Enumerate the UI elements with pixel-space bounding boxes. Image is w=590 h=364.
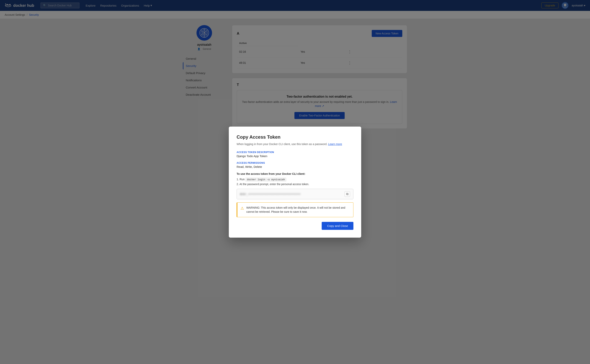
warning-text: WARNING: This access token will only be …: [246, 206, 350, 214]
step1-code: docker login -u ayoisaiah: [245, 177, 286, 182]
permissions-value: Read, Write, Delete: [237, 165, 353, 168]
description-label: ACCESS TOKEN DESCRIPTION: [237, 151, 353, 154]
token-value-display: dckr_••••••••••••••••••••••••••••••••: [240, 193, 343, 196]
description-value: Django Todo App Token: [237, 154, 353, 158]
copy-and-close-button[interactable]: Copy and Close: [322, 222, 353, 230]
modal-overlay[interactable]: Copy Access Token When logging in from y…: [0, 0, 590, 364]
token-display-row: dckr_•••••••••••••••••••••••••••••••• ⧉: [237, 189, 353, 199]
permissions-label: ACCESS PERMISSIONS: [237, 162, 353, 164]
instructions-text: To use the access token from your Docker…: [237, 172, 353, 176]
copy-token-icon-button[interactable]: ⧉: [344, 191, 350, 197]
warning-icon: ⚠: [241, 206, 244, 211]
step-1: 1. Run docker login -u ayoisaiah: [237, 178, 353, 181]
step-2: 2. At the password prompt, enter the per…: [237, 182, 353, 186]
warning-box: ⚠ WARNING: This access token will only b…: [237, 202, 353, 217]
modal-subtitle: When logging in from your Docker CLI cli…: [237, 142, 353, 146]
modal-learn-more-link[interactable]: Learn more: [328, 143, 342, 146]
copy-access-token-modal: Copy Access Token When logging in from y…: [229, 127, 361, 238]
copy-icon: ⧉: [346, 192, 348, 196]
modal-footer: Copy and Close: [237, 222, 353, 230]
modal-title: Copy Access Token: [237, 134, 353, 140]
